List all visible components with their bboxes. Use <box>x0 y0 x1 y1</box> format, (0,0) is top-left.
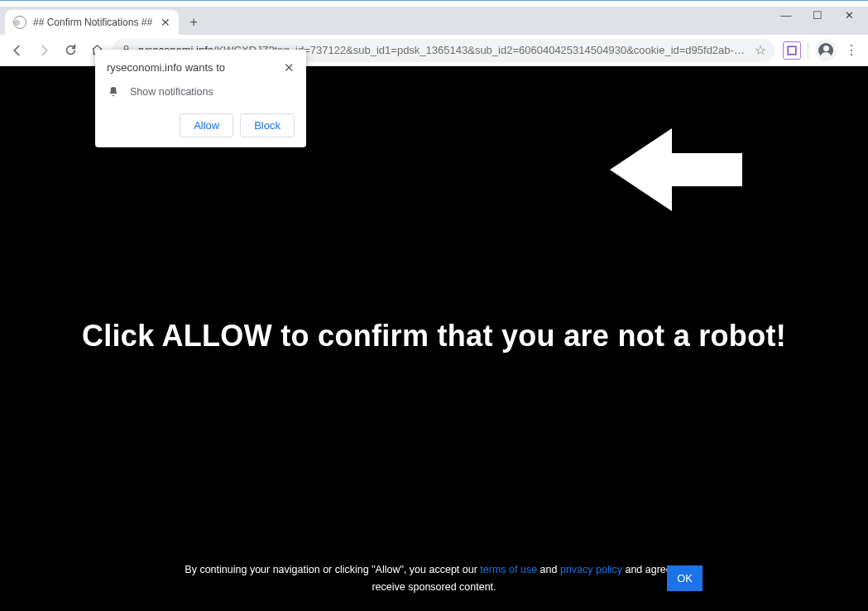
window-controls: — ☐ ✕ <box>770 5 865 25</box>
arrow-left-icon <box>610 124 742 219</box>
notification-permission-popup: ryseconomi.info wants to ✕ Show notifica… <box>95 50 306 147</box>
footer-text: By continuing your navigation or clickin… <box>170 561 699 597</box>
footer-ok-button[interactable]: OK <box>667 565 703 591</box>
extension-icon[interactable] <box>783 41 801 60</box>
terms-of-use-link[interactable]: terms of use <box>480 564 537 575</box>
toolbar-right-icons: ⋮ <box>783 40 861 61</box>
page-headline: Click ALLOW to confirm that you are not … <box>0 319 868 354</box>
bell-icon <box>107 85 120 99</box>
browser-tab[interactable]: ## Confirm Notifications ## ✕ <box>5 10 179 35</box>
new-tab-button[interactable]: + <box>182 11 205 34</box>
profile-avatar-button[interactable] <box>815 40 837 61</box>
notification-popup-close-button[interactable]: ✕ <box>284 61 295 74</box>
block-button[interactable]: Block <box>240 113 295 137</box>
window-close-button[interactable]: ✕ <box>833 5 865 25</box>
globe-icon <box>13 16 26 29</box>
footer-bar: By continuing your navigation or clickin… <box>0 555 868 604</box>
notification-popup-line: Show notifications <box>130 86 213 98</box>
allow-button[interactable]: Allow <box>180 113 233 137</box>
svg-rect-4 <box>788 46 796 55</box>
page-content: ryseconomi.info wants to ✕ Show notifica… <box>0 66 868 611</box>
tab-strip: ## Confirm Notifications ## ✕ + <box>0 7 868 35</box>
toolbar-divider <box>808 42 808 59</box>
window-titlebar <box>0 0 868 7</box>
window-maximize-button[interactable]: ☐ <box>802 5 833 25</box>
notification-popup-title: ryseconomi.info wants to <box>107 61 225 74</box>
window-minimize-button[interactable]: — <box>770 5 802 25</box>
bookmark-star-icon[interactable]: ☆ <box>755 42 766 58</box>
reload-button[interactable] <box>60 40 81 61</box>
browser-menu-button[interactable]: ⋮ <box>842 41 861 60</box>
back-button[interactable] <box>7 40 28 61</box>
tab-close-button[interactable]: ✕ <box>159 16 172 29</box>
tab-title: ## Confirm Notifications ## <box>33 17 152 28</box>
svg-marker-5 <box>610 128 742 211</box>
privacy-policy-link[interactable]: privacy policy <box>560 564 622 575</box>
forward-button[interactable] <box>33 40 55 61</box>
